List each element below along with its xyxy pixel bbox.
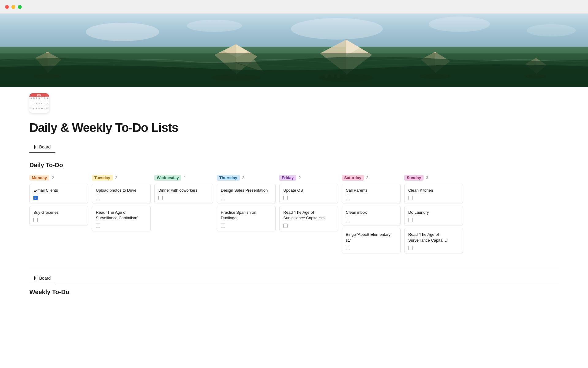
column-count-thursday: 2 [242,175,244,180]
column-count-friday: 2 [299,175,301,180]
task-title: E-mail Clients [33,188,84,193]
task-card: Design Sales Presentation [217,184,276,203]
kanban-board: Monday 2 E-mail Clients Buy Groceries Tu… [29,175,559,258]
hero-painting [0,13,588,87]
task-card: Update OS [279,184,338,203]
task-title: Buy Groceries [33,210,84,215]
day-badge-thursday: Thursday [217,175,240,181]
tab-board[interactable]: Board [29,142,55,153]
task-card: Call Parents [342,184,401,203]
column-count-sunday: 3 [426,175,428,180]
task-checkbox[interactable] [408,246,413,250]
task-checkbox[interactable] [346,218,350,222]
task-card: Dinner with coworkers [154,184,213,203]
task-card: Buy Groceries [29,206,88,225]
task-checkbox[interactable] [158,196,163,200]
hero-image [0,13,588,87]
column-header-tuesday: Tuesday 2 [92,175,151,181]
column-count-monday: 2 [52,175,54,180]
task-card: Binge 'Abbott Elementary s1' [342,228,401,253]
board-icon-bottom [34,276,37,280]
maximize-button[interactable] [18,5,22,9]
titlebar [0,0,588,13]
task-title: Call Parents [346,188,397,193]
task-card: Read 'The Age of Surveillance Capitalism… [279,206,338,231]
task-card: E-mail Clients [29,184,88,203]
svg-point-1 [187,20,242,32]
task-checkbox[interactable] [283,196,288,200]
task-title: Read 'The Age of Surveillance Capitalism… [96,210,147,221]
svg-point-4 [527,24,576,36]
column-header-wednesday: Wednesday 1 [154,175,213,181]
bottom-section: Board Weekly To-Do [29,268,559,296]
day-badge-wednesday: Wednesday [154,175,181,181]
column-thursday: Thursday 2 Design Sales Presentation Pra… [217,175,276,256]
column-tuesday: Tuesday 2 Upload photos to Drive Read 'T… [92,175,151,256]
daily-section-title: Daily To-Do [29,162,559,169]
task-title: Read 'The Age of Surveillance Capital…' [408,232,459,243]
task-card: Clean Kitchen [404,184,463,203]
page-title: Daily & Weekly To-Do Lists [29,121,559,135]
column-header-saturday: Saturday 3 [342,175,401,181]
task-checkbox[interactable] [33,218,38,222]
page-icon: JUL SMTWTFS 123456 78910111213 [29,93,49,113]
close-button[interactable] [5,5,9,9]
task-card: Read 'The Age of Surveillance Capital…' [404,228,463,253]
column-count-wednesday: 1 [184,175,186,180]
tabs-bar: Board [29,142,559,153]
task-checkbox[interactable] [346,246,350,250]
task-checkbox[interactable] [96,196,100,200]
task-checkbox[interactable] [408,196,413,200]
task-card: Practice Spanish on Duolingo [217,206,276,231]
tab-board-bottom[interactable]: Board [29,273,55,284]
svg-point-2 [291,18,383,40]
task-title: Design Sales Presentation [221,188,272,193]
day-badge-friday: Friday [279,175,296,181]
day-badge-saturday: Saturday [342,175,364,181]
column-monday: Monday 2 E-mail Clients Buy Groceries [29,175,88,256]
column-header-friday: Friday 2 [279,175,338,181]
task-title: Clean Kitchen [408,188,459,193]
column-friday: Friday 2 Update OS Read 'The Age of Surv… [279,175,338,256]
svg-point-3 [429,17,490,32]
task-checkbox[interactable] [96,224,100,228]
task-title: Upload photos to Drive [96,188,147,193]
task-card: Do Laundry [404,206,463,225]
task-checkbox[interactable] [221,196,225,200]
task-title: Practice Spanish on Duolingo [221,210,272,221]
column-header-sunday: Sunday 3 [404,175,463,181]
weekly-section-title: Weekly To-Do [29,289,559,296]
task-title: Read 'The Age of Surveillance Capitalism… [283,210,334,221]
task-title: Binge 'Abbott Elementary s1' [346,232,397,243]
day-badge-tuesday: Tuesday [92,175,113,181]
task-checkbox[interactable] [346,196,350,200]
column-count-saturday: 3 [366,175,368,180]
column-count-tuesday: 2 [115,175,117,180]
day-badge-monday: Monday [29,175,49,181]
task-card: Upload photos to Drive [92,184,151,203]
day-badge-sunday: Sunday [404,175,424,181]
daily-todo-section: Daily To-Do Monday 2 E-mail Clients Buy … [29,162,559,258]
column-wednesday: Wednesday 1 Dinner with coworkers [154,175,213,256]
board-icon [34,145,37,149]
task-title: Dinner with coworkers [158,188,209,193]
task-title: Update OS [283,188,334,193]
task-checkbox[interactable] [221,224,225,228]
column-saturday: Saturday 3 Call Parents Clean inbox Bing… [342,175,401,256]
column-header-monday: Monday 2 [29,175,88,181]
column-sunday: Sunday 3 Clean Kitchen Do Laundry Read '… [404,175,463,256]
task-card: Read 'The Age of Surveillance Capitalism… [92,206,151,231]
svg-point-0 [86,23,159,41]
task-checkbox[interactable] [33,196,38,200]
task-title: Do Laundry [408,210,459,215]
task-card: Clean inbox [342,206,401,225]
task-title: Clean inbox [346,210,397,215]
minimize-button[interactable] [11,5,15,9]
column-header-thursday: Thursday 2 [217,175,276,181]
task-checkbox[interactable] [283,224,288,228]
task-checkbox[interactable] [408,218,413,222]
